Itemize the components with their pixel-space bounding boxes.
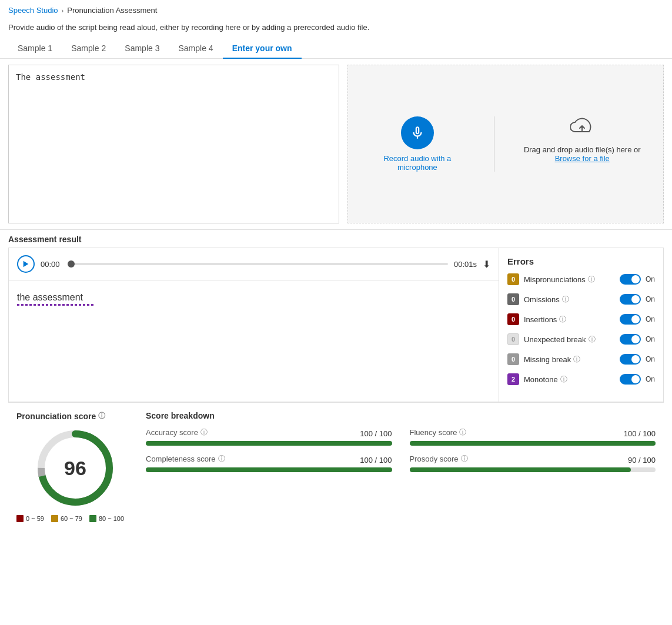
donut-chart: 96 bbox=[34, 427, 116, 509]
score-section: Pronunciation score ⓘ 96 0 ~ 59 60 ~ 79 bbox=[8, 402, 664, 530]
tab-sample2[interactable]: Sample 2 bbox=[62, 39, 115, 59]
transcript-area: the assessment bbox=[9, 280, 499, 398]
legend-dot-mid bbox=[51, 515, 58, 522]
score-bar-fill-completeness bbox=[146, 467, 392, 472]
score-breakdown-title: Score breakdown bbox=[146, 411, 656, 420]
info-icon-prosody[interactable]: ⓘ bbox=[461, 454, 468, 464]
mic-icon bbox=[410, 125, 425, 141]
score-breakdown: Score breakdown Accuracy score ⓘ 100 / 1… bbox=[146, 411, 656, 522]
error-row-monotone: 2 Monotone ⓘ On bbox=[507, 373, 655, 385]
breadcrumb: Speech Studio › Pronunciation Assessment bbox=[0, 0, 672, 21]
toggle-on-label-omissions: On bbox=[646, 295, 655, 303]
badge-insertions: 0 bbox=[507, 313, 519, 325]
result-main: 00:00 00:01s ⬇ the assessment bbox=[9, 248, 499, 402]
toggle-monotone[interactable] bbox=[620, 374, 641, 385]
browse-file-link[interactable]: Browse for a file bbox=[555, 154, 610, 163]
error-row-omissions: 0 Omissions ⓘ On bbox=[507, 293, 655, 305]
pronunciation-score-box: Pronunciation score ⓘ 96 0 ~ 59 60 ~ 79 bbox=[16, 411, 134, 522]
transcript-underline bbox=[17, 304, 93, 306]
info-icon-insertions[interactable]: ⓘ bbox=[559, 315, 566, 325]
script-textarea[interactable]: The assessment bbox=[8, 65, 339, 223]
toggle-missing-break[interactable] bbox=[620, 354, 641, 365]
error-label-monotone: Monotone ⓘ bbox=[524, 375, 615, 385]
breadcrumb-current: Pronunciation Assessment bbox=[67, 6, 157, 15]
score-label-prosody: Prosody score ⓘ bbox=[410, 454, 468, 464]
info-icon-missing-break[interactable]: ⓘ bbox=[573, 355, 580, 365]
error-row-missing-break: 0 Missing break ⓘ On bbox=[507, 353, 655, 365]
error-row-mispronunciations: 0 Mispronunciations ⓘ On bbox=[507, 273, 655, 285]
score-bar-bg-fluency bbox=[410, 441, 656, 446]
info-icon-fluency[interactable]: ⓘ bbox=[459, 427, 466, 437]
info-icon-unexpected-break[interactable]: ⓘ bbox=[589, 335, 596, 345]
toggle-mispronunciations[interactable] bbox=[620, 274, 641, 285]
legend-dot-low bbox=[16, 515, 24, 522]
progress-bar[interactable] bbox=[68, 263, 448, 265]
error-label-omissions: Omissions ⓘ bbox=[524, 295, 615, 305]
info-icon-accuracy[interactable]: ⓘ bbox=[200, 427, 208, 437]
result-panel: 00:00 00:01s ⬇ the assessment Errors 0 M… bbox=[8, 248, 664, 402]
legend-high: 80 ~ 100 bbox=[89, 515, 124, 522]
badge-omissions: 0 bbox=[507, 293, 519, 305]
error-row-insertions: 0 Insertions ⓘ On bbox=[507, 313, 655, 325]
score-label-completeness: Completeness score ⓘ bbox=[146, 454, 225, 464]
toggle-on-label-insertions: On bbox=[646, 315, 655, 323]
score-bar-bg-completeness bbox=[146, 467, 392, 472]
toggle-insertions[interactable] bbox=[620, 314, 641, 325]
description-text: Provide audio of the script being read a… bbox=[0, 21, 672, 39]
info-icon-omissions[interactable]: ⓘ bbox=[562, 295, 569, 305]
scores-grid: Accuracy score ⓘ 100 / 100 Fluency score… bbox=[146, 427, 656, 472]
score-item-prosody: Prosody score ⓘ 90 / 100 bbox=[410, 454, 656, 472]
error-label-insertions: Insertions ⓘ bbox=[524, 315, 615, 325]
toggle-omissions[interactable] bbox=[620, 294, 641, 305]
play-button[interactable] bbox=[17, 255, 35, 273]
score-item-completeness: Completeness score ⓘ 100 / 100 bbox=[146, 454, 392, 472]
error-label-mispronunciations: Mispronunciations ⓘ bbox=[524, 275, 615, 285]
tab-sample3[interactable]: Sample 3 bbox=[115, 39, 169, 59]
breadcrumb-separator: › bbox=[62, 7, 64, 14]
score-value-accuracy: 100 / 100 bbox=[360, 429, 392, 438]
info-icon-pronun[interactable]: ⓘ bbox=[98, 411, 105, 421]
score-bar-bg-accuracy bbox=[146, 441, 392, 446]
pronunciation-score-title: Pronunciation score ⓘ bbox=[16, 411, 134, 421]
download-button[interactable]: ⬇ bbox=[483, 259, 490, 270]
donut-score: 96 bbox=[64, 457, 86, 480]
content-area: The assessment Record audio with a micro… bbox=[0, 59, 672, 229]
score-value-fluency: 100 / 100 bbox=[624, 429, 656, 438]
breadcrumb-home[interactable]: Speech Studio bbox=[8, 6, 58, 15]
info-icon-completeness[interactable]: ⓘ bbox=[218, 454, 225, 464]
errors-title: Errors bbox=[507, 256, 655, 266]
errors-panel: Errors 0 Mispronunciations ⓘ On 0 Omissi… bbox=[499, 248, 663, 402]
info-icon-mispronunciations[interactable]: ⓘ bbox=[588, 275, 595, 285]
legend-dot-high bbox=[89, 515, 96, 522]
toggle-unexpected-break[interactable] bbox=[620, 334, 641, 345]
score-bar-fill-fluency bbox=[410, 441, 656, 446]
tab-sample1[interactable]: Sample 1 bbox=[8, 39, 62, 59]
error-label-unexpected-break: Unexpected break ⓘ bbox=[524, 335, 615, 345]
score-bar-fill-prosody bbox=[410, 467, 631, 472]
toggle-on-label-monotone: On bbox=[646, 375, 655, 383]
time-start: 00:00 bbox=[41, 260, 62, 269]
tab-enter-own[interactable]: Enter your own bbox=[223, 39, 302, 59]
badge-mispronunciations: 0 bbox=[507, 273, 519, 285]
info-icon-monotone[interactable]: ⓘ bbox=[560, 375, 567, 385]
toggle-on-label-missing-break: On bbox=[646, 355, 655, 363]
time-end: 00:01s bbox=[454, 260, 477, 269]
transcript-text: the assessment bbox=[17, 292, 490, 306]
error-label-missing-break: Missing break ⓘ bbox=[524, 355, 615, 365]
svg-marker-0 bbox=[24, 261, 29, 267]
mic-label: Record audio with a microphone bbox=[370, 154, 464, 172]
progress-thumb[interactable] bbox=[68, 260, 75, 268]
upload-cloud-icon bbox=[570, 116, 594, 141]
audio-upload-area: Record audio with a microphone Drag and … bbox=[347, 65, 664, 223]
play-icon bbox=[22, 260, 29, 268]
tab-sample4[interactable]: Sample 4 bbox=[169, 39, 222, 59]
toggle-on-label-unexpected-break: On bbox=[646, 335, 655, 343]
upload-text: Drag and drop audio file(s) here or Brow… bbox=[524, 145, 641, 163]
score-item-accuracy: Accuracy score ⓘ 100 / 100 bbox=[146, 427, 392, 446]
score-label-fluency: Fluency score ⓘ bbox=[410, 427, 467, 437]
record-mic-button[interactable] bbox=[401, 116, 434, 149]
legend-mid: 60 ~ 79 bbox=[51, 515, 82, 522]
score-bar-fill-accuracy bbox=[146, 441, 392, 446]
badge-missing-break: 0 bbox=[507, 353, 519, 365]
score-bar-bg-prosody bbox=[410, 467, 656, 472]
